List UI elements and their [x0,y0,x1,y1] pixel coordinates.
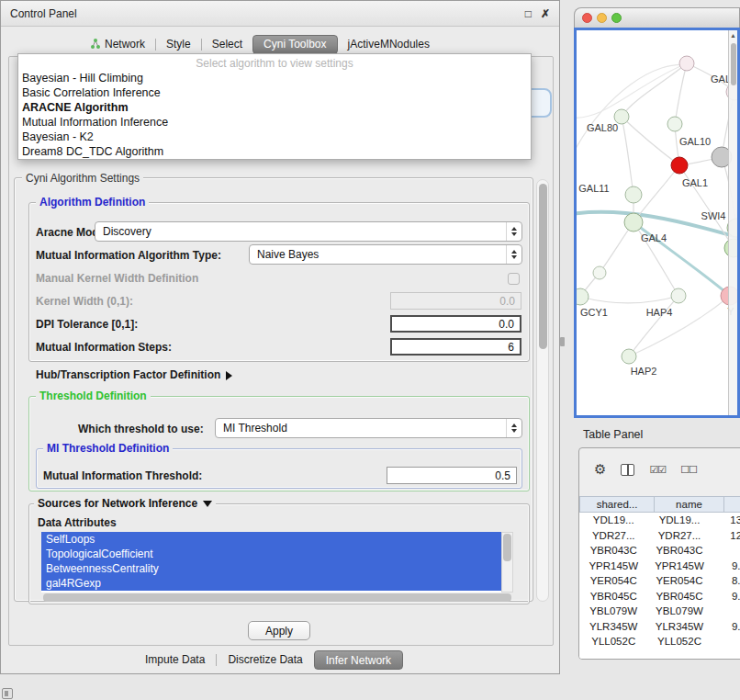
network-node[interactable] [593,266,606,279]
tab-infer-network[interactable]: Infer Network [314,650,403,670]
close-traffic-light-icon[interactable] [582,13,592,23]
column-header[interactable]: name [655,496,724,513]
column-header[interactable] [724,496,740,513]
deselect-all-rows-icon[interactable]: ☐☐ [680,464,697,476]
tab-cyni-toolbox-label: Cyni Toolbox [263,35,326,54]
network-window-titlebar[interactable] [574,7,740,28]
dpi-tolerance-field[interactable]: 0.0 [390,315,521,333]
network-node[interactable] [671,157,688,174]
node-label: GCY1 [580,307,608,318]
algorithm-dropdown-popup: Select algorithm to view settings Bayesi… [17,53,532,160]
network-edge[interactable] [577,63,687,118]
attribute-item[interactable]: gal4RGexp [41,576,501,591]
table-row[interactable]: YDL19...YDL19...13 [579,513,740,528]
close-window-icon[interactable]: ✗ [541,7,550,20]
mi-algorithm-type-label: Mutual Information Algorithm Type: [36,249,221,262]
attributes-vertical-scrollbar[interactable] [501,532,513,593]
tab-cyni-toolbox[interactable]: Cyni Toolbox [252,35,337,54]
tab-network[interactable]: Network [80,35,155,54]
column-header[interactable]: shared... [579,496,655,513]
manual-kernel-width-checkbox[interactable] [508,273,520,285]
table-row[interactable]: YDR27...YDR27...12 [579,528,740,544]
tab-network-label: Network [105,35,145,54]
data-attributes-label: Data Attributes [38,516,117,529]
network-canvas[interactable]: GALGAL80GAL10GAL1GAL11SWI4GAL4GCY1HAP4YH… [577,30,737,415]
panel-splitter-handle[interactable] [560,337,565,346]
combo-arrows-icon [506,222,521,241]
network-edge[interactable] [629,296,730,356]
tab-impute-data[interactable]: Impute Data [134,650,216,670]
attribute-item[interactable]: BetweennessCentrality [41,561,501,576]
desktop: Control Panel □ ✗ Network Style Select C… [0,0,740,700]
algorithm-option[interactable]: Bayesian - K2 [18,130,531,144]
aracne-mode-value: Discovery [103,225,151,238]
tab-jactivemnodules-label: jActiveMNodules [348,35,430,54]
window-title: Control Panel [10,7,77,20]
table-row[interactable]: YLR345WYLR345W9. [579,619,740,635]
apply-button[interactable]: Apply [248,621,310,640]
network-node[interactable] [577,288,589,305]
table-row[interactable]: YBR045CYBR045C9. [579,589,740,604]
table-row[interactable]: YLL052CYLL052C [579,634,740,649]
tab-select[interactable]: Select [202,35,252,54]
network-node[interactable] [667,117,682,131]
algorithm-list: Bayesian - Hill ClimbingBasic Correlatio… [18,71,531,159]
algorithm-option[interactable]: Basic Correlation Inference [18,85,531,100]
tab-discretize-data[interactable]: Discretize Data [217,650,313,670]
aracne-mode-combo[interactable]: Discovery [95,221,522,242]
zoom-traffic-light-icon[interactable] [611,13,622,23]
sources-header[interactable]: Sources for Network Inference [34,497,216,510]
network-edge[interactable] [675,63,687,124]
collapsed-panel-icon[interactable] [2,688,13,699]
algorithm-option[interactable]: Mutual Information Inference [18,115,531,130]
collapse-down-icon [203,501,212,507]
control-panel-tab-bar: Network Style Select Cyni Toolbox jActiv… [80,34,440,54]
threshold-definition-title: Threshold Definition [36,390,151,402]
algorithm-option[interactable]: Bayesian - Hill Climbing [18,71,531,85]
table-row[interactable]: YER054CYER054C8. [579,573,740,589]
which-threshold-value: MI Threshold [223,422,287,435]
combo-arrows-icon [506,245,521,264]
algorithm-option[interactable]: ARACNE Algorithm [18,100,531,115]
network-node[interactable] [679,56,694,71]
algorithm-definition-title: Algorithm Definition [36,196,149,209]
network-edge[interactable] [629,296,678,356]
data-attributes-list[interactable]: SelfLoopsTopologicalCoefficientBetweenne… [41,532,501,593]
scroll-up-icon[interactable]: ▲ [729,30,737,41]
mi-algorithm-type-combo[interactable]: Naive Bayes [249,244,522,265]
control-panel-titlebar[interactable]: Control Panel □ ✗ [1,1,559,27]
table-row[interactable]: YBR043CYBR043C [579,543,740,559]
table-body: YDL19...YDL19...13YDR27...YDR27...12YBR0… [579,513,740,659]
settings-vertical-scrollbar[interactable] [536,179,549,602]
attribute-item[interactable]: SelfLoops [41,532,501,547]
tab-jactivemnodules[interactable]: jActiveMNodules [338,35,440,54]
select-all-rows-icon[interactable]: ☑☑ [649,464,666,476]
network-vertical-scrollbar[interactable]: ▲ [728,30,737,415]
attributes-horizontal-scrollbar[interactable] [43,593,511,602]
network-edge[interactable] [622,117,633,195]
network-node[interactable] [624,213,643,231]
network-node[interactable] [671,288,686,303]
network-scroll-thumb[interactable] [731,43,736,85]
float-window-icon[interactable]: □ [525,7,532,20]
hub-section-header[interactable]: Hub/Transcription Factor Definition [36,368,232,381]
network-edge[interactable] [577,64,689,161]
mi-threshold-field[interactable]: 0.5 [387,467,517,484]
kernel-width-field[interactable]: 0.0 [390,292,521,310]
table-row[interactable]: YPR145WYPR145W9. [579,559,740,574]
network-edge[interactable] [580,296,678,303]
gear-icon[interactable]: ⚙ [594,461,606,478]
mi-steps-label: Mutual Information Steps: [36,341,172,354]
attribute-item[interactable]: TopologicalCoefficient [41,547,501,561]
column-browser-icon[interactable] [621,464,634,476]
mi-steps-field[interactable]: 6 [390,338,521,356]
which-threshold-combo[interactable]: MI Threshold [215,418,522,438]
minimize-traffic-light-icon[interactable] [597,13,607,23]
tab-style[interactable]: Style [156,35,201,54]
network-node[interactable] [622,349,636,364]
algorithm-option[interactable]: Dream8 DC_TDC Algorithm [18,144,531,159]
table-row[interactable]: YBL079WYBL079W [579,604,740,619]
algorithm-placeholder: Select algorithm to view settings [18,56,531,71]
network-node[interactable] [625,186,642,203]
node-label: GAL80 [587,122,618,133]
